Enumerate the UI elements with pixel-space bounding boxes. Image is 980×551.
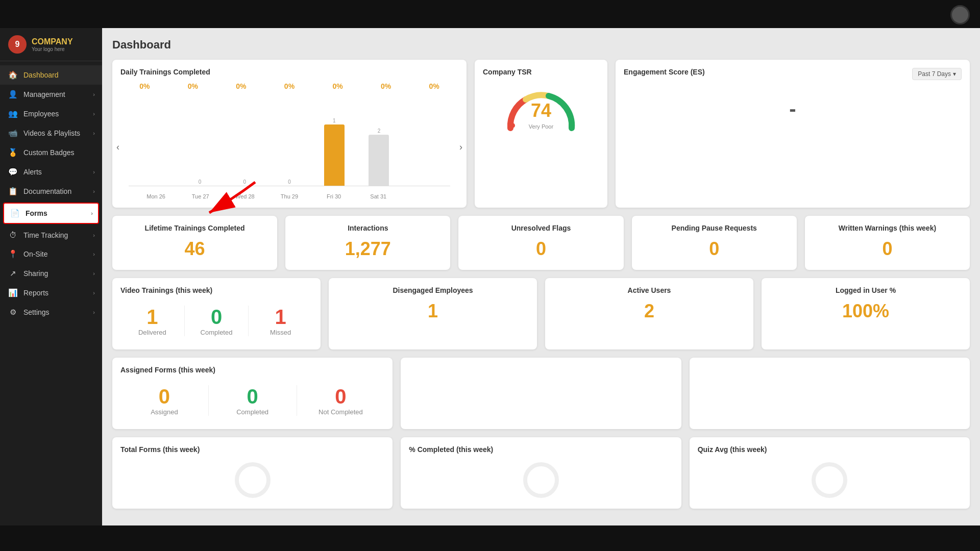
pending-value: 0 — [640, 238, 789, 260]
chart-bar-group: 2 — [358, 128, 401, 186]
chevron-right-icon: › — [93, 111, 95, 117]
quiz-avg-card: Quiz Avg (this week) — [690, 437, 970, 509]
chevron-right-icon: › — [93, 309, 95, 315]
chevron-right-icon: › — [93, 251, 95, 257]
bottom-bar — [0, 525, 980, 551]
chart-x-label: Wed 28 — [223, 193, 267, 199]
missed-value: 1 — [249, 306, 312, 329]
alerts-icon: 💬 — [7, 167, 18, 177]
sidebar-item-alerts[interactable]: 💬 Alerts › — [0, 162, 102, 182]
lifetime-title: Lifetime Trainings Completed — [120, 224, 269, 232]
video-completed: 0 Completed — [185, 306, 249, 336]
logged-in-value: 100% — [770, 300, 962, 322]
engagement-score-card: Engagement Score (ES) Past 7 Days ▾ - — [616, 60, 970, 208]
chart-bar-group: 0 — [179, 179, 222, 186]
forms-assigned: 0 Assigned — [120, 385, 209, 416]
sidebar: 9 COMPANY Your logo here 🏠 Dashboard 👤 M… — [0, 28, 102, 551]
sidebar-item-label: Sharing — [23, 269, 93, 278]
chevron-right-icon: › — [93, 232, 95, 238]
forms-not-completed-value: 0 — [297, 385, 385, 408]
warnings-value: 0 — [813, 238, 962, 260]
pending-pause-card: Pending Pause Requests 0 — [632, 216, 797, 270]
gauge-container: 74 Very Poor — [500, 87, 582, 133]
tsr-number: 74 — [529, 100, 553, 121]
lifetime-trainings-card: Lifetime Trainings Completed 46 — [112, 216, 277, 270]
chevron-right-icon: › — [93, 169, 95, 175]
total-forms-content — [120, 460, 384, 500]
pct-2: 0% — [236, 82, 246, 90]
active-users-card: Active Users 2 — [545, 278, 753, 349]
row-3: Video Trainings (this week) 1 Delivered … — [112, 278, 970, 349]
sidebar-item-dashboard[interactable]: 🏠 Dashboard — [0, 65, 102, 85]
pct-completed-title: % Completed (this week) — [409, 445, 673, 454]
sidebar-item-videos-playlists[interactable]: 📹 Videos & Playlists › — [0, 123, 102, 143]
missed-label: Missed — [249, 329, 312, 336]
reports-icon: 📊 — [7, 288, 18, 297]
sidebar-item-on-site[interactable]: 📍 On-Site › — [0, 244, 102, 264]
chart-prev-button[interactable]: ‹ — [116, 142, 119, 153]
sidebar-item-label: Documentation — [23, 187, 93, 195]
chart-bar-group: 0 — [268, 179, 311, 186]
sidebar-item-label: Dashboard — [23, 71, 95, 79]
sidebar-item-custom-badges[interactable]: 🏅 Custom Badges — [0, 143, 102, 162]
total-forms-chart — [235, 462, 271, 498]
sharing-icon: ↗ — [7, 269, 18, 278]
chart-bar-group — [134, 185, 177, 186]
chevron-right-icon: › — [93, 188, 95, 194]
management-icon: 👤 — [7, 90, 18, 99]
settings-icon: ⚙ — [7, 308, 18, 317]
trainings-percentages: 0% 0% 0% 0% 0% 0% 0% — [120, 82, 458, 90]
sidebar-item-forms[interactable]: 📄 Forms › — [3, 203, 99, 224]
warnings-title: Written Warnings (this week) — [813, 224, 962, 232]
chevron-right-icon: › — [91, 210, 93, 216]
chart-x-label: Tue 27 — [178, 193, 223, 199]
time-icon: ⏱ — [7, 231, 18, 239]
logged-in-title: Logged in User % — [770, 286, 962, 294]
placeholder-card-2 — [690, 358, 970, 429]
pct-completed-chart — [523, 462, 559, 498]
chart-bar — [324, 124, 345, 186]
chevron-right-icon: › — [93, 130, 95, 136]
avatar[interactable] — [950, 5, 970, 24]
assigned-forms-title: Assigned Forms (this week) — [120, 366, 384, 374]
top-bar — [0, 0, 980, 28]
tsr-label: Very Poor — [529, 123, 553, 130]
sidebar-nav: 🏠 Dashboard 👤 Management › 👥 Employees ›… — [0, 61, 102, 537]
forms-completed-value: 0 — [209, 385, 297, 408]
engagement-period-selector[interactable]: Past 7 Days ▾ — [912, 68, 962, 80]
chart-x-label: Fri 30 — [312, 193, 356, 199]
company-name: COMPANY — [32, 37, 73, 46]
chart-next-button[interactable]: › — [459, 142, 462, 153]
chart-x-label: Thu 29 — [267, 193, 311, 199]
docs-icon: 📋 — [7, 187, 18, 196]
disengaged-title: Disengaged Employees — [337, 286, 529, 294]
sidebar-item-settings[interactable]: ⚙ Settings › — [0, 303, 102, 322]
sidebar-item-label: Alerts — [23, 168, 93, 176]
interactions-card: Interactions 1,277 — [285, 216, 450, 270]
company-tsr-card: Company TSR 74 — [475, 60, 607, 208]
pct-1: 0% — [188, 82, 198, 90]
chart-area: 0 0 0 1 — [129, 94, 450, 186]
sidebar-item-reports[interactable]: 📊 Reports › — [0, 283, 102, 303]
placeholder-card-1 — [401, 358, 681, 429]
assigned-forms-stats: 0 Assigned 0 Completed 0 Not Completed — [120, 380, 384, 421]
sidebar-item-documentation[interactable]: 📋 Documentation › — [0, 182, 102, 201]
forms-assigned-value: 0 — [120, 385, 208, 408]
chart-bar-group: 1 — [313, 118, 356, 186]
sidebar-item-label: Time Tracking — [23, 231, 93, 239]
sidebar-item-time-tracking[interactable]: ⏱ Time Tracking › — [0, 226, 102, 244]
video-trainings-title: Video Trainings (this week) — [120, 286, 312, 294]
sidebar-item-employees[interactable]: 👥 Employees › — [0, 104, 102, 123]
pct-3: 0% — [284, 82, 295, 90]
sidebar-item-sharing[interactable]: ↗ Sharing › — [0, 264, 102, 283]
completed-label: Completed — [185, 329, 249, 336]
logged-in-card: Logged in User % 100% — [762, 278, 970, 349]
written-warnings-card: Written Warnings (this week) 0 — [805, 216, 970, 270]
sidebar-item-label: On-Site — [23, 250, 93, 258]
sidebar-item-label: Videos & Playlists — [23, 129, 93, 137]
lifetime-value: 46 — [120, 238, 269, 260]
active-users-value: 2 — [553, 300, 745, 322]
quiz-avg-content — [698, 460, 962, 500]
sidebar-item-management[interactable]: 👤 Management › — [0, 85, 102, 104]
period-label: Past 7 Days — [918, 70, 951, 78]
